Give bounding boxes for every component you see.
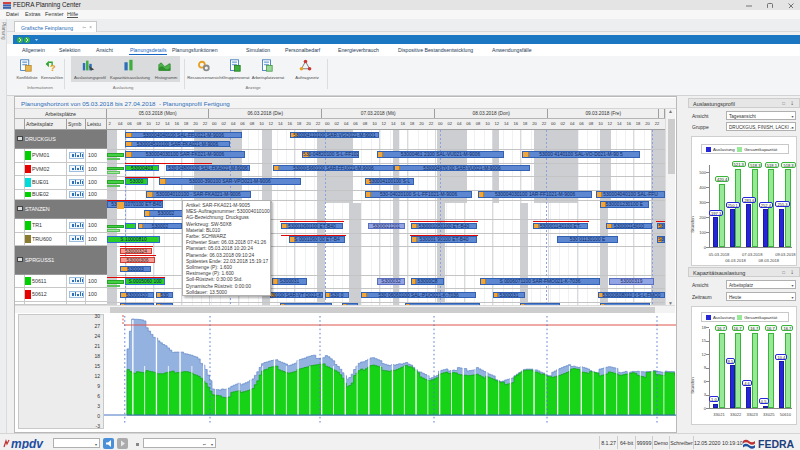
svg-text:mpdv: mpdv: [11, 438, 44, 449]
svg-text:FEDRA: FEDRA: [758, 438, 795, 450]
svg-text:?: ?: [50, 62, 56, 72]
